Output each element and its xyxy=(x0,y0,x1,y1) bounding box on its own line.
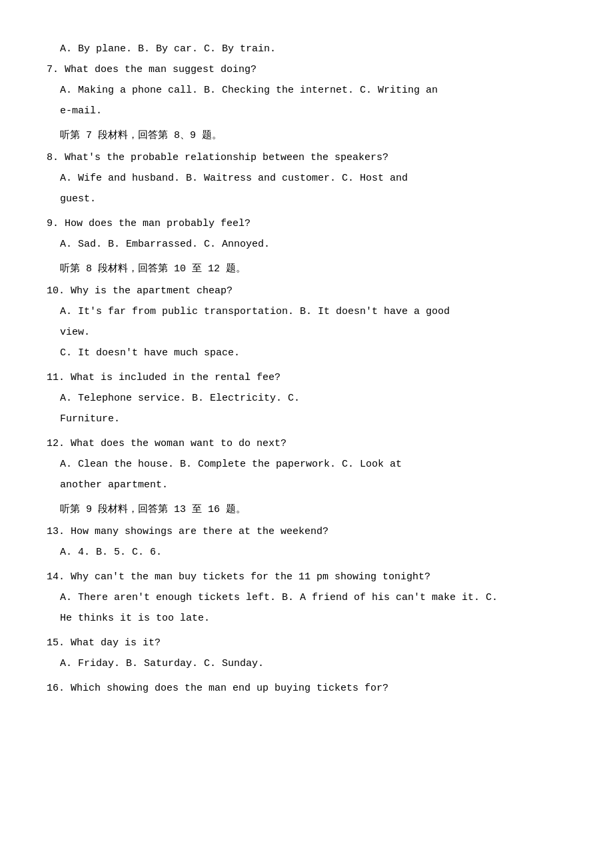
transport-options: A. By plane. B. By car. C. By train. xyxy=(47,40,573,58)
q11-opts2: Furniture. xyxy=(60,413,120,425)
q14-options-line1: A. There aren't enough tickets left. B. … xyxy=(47,589,573,607)
question-9-block: 9. How does the man probably feel? A. Sa… xyxy=(47,215,573,253)
q12-opts2: another apartment. xyxy=(60,479,168,491)
q9-options: A. Sad. B. Embarrassed. C. Annoyed. xyxy=(47,235,573,253)
question-15-block: 15. What day is it? A. Friday. B. Saturd… xyxy=(47,634,573,673)
q16-text: Which showing does the man end up buying… xyxy=(71,683,388,694)
q14-opts2: He thinks it is too late. xyxy=(60,613,210,624)
q7-text: What does the man suggest doing? xyxy=(65,64,257,75)
question-14-line: 14. Why can't the man buy tickets for th… xyxy=(47,568,573,586)
question-16-line: 16. Which showing does the man end up bu… xyxy=(47,679,573,697)
q15-opts: A. Friday. B. Saturday. C. Sunday. xyxy=(60,658,264,669)
q7-opts1: A. Making a phone call. B. Checking the … xyxy=(60,85,438,96)
q11-options-line2: Furniture. xyxy=(47,410,573,428)
q10-text: Why is the apartment cheap? xyxy=(71,285,233,297)
q7-options-line1: A. Making a phone call. B. Checking the … xyxy=(47,81,573,99)
q15-text: What day is it? xyxy=(71,637,161,649)
section-7-header: 听第 7 段材料，回答第 8、9 题。 xyxy=(47,127,573,145)
q8-text: What's the probable relationship between… xyxy=(65,152,388,163)
q14-text: Why can't the man buy tickets for the 11… xyxy=(71,571,430,583)
q13-number: 13. xyxy=(47,526,65,537)
q8-options-line1: A. Wife and husband. B. Waitress and cus… xyxy=(47,169,573,187)
q8-number: 8. xyxy=(47,152,59,163)
q8-opts2: guest. xyxy=(60,193,96,205)
q12-number: 12. xyxy=(47,438,65,449)
question-14-block: 14. Why can't the man buy tickets for th… xyxy=(47,568,573,627)
section8-text: 听第 8 段材料，回答第 10 至 12 题。 xyxy=(60,263,246,275)
q12-text: What does the woman want to do next? xyxy=(71,438,287,449)
q16-number: 16. xyxy=(47,683,65,694)
question-10-block: 10. Why is the apartment cheap? A. It's … xyxy=(47,282,573,362)
section-9-header: 听第 9 段材料，回答第 13 至 16 题。 xyxy=(47,501,573,519)
question-8-block: 8. What's the probable relationship betw… xyxy=(47,149,573,208)
q13-options: A. 4. B. 5. C. 6. xyxy=(47,543,573,561)
q12-options-line1: A. Clean the house. B. Complete the pape… xyxy=(47,455,573,473)
section9-text: 听第 9 段材料，回答第 13 至 16 题。 xyxy=(60,504,246,515)
question-15-line: 15. What day is it? xyxy=(47,634,573,652)
q14-number: 14. xyxy=(47,571,65,583)
q7-opts2: e-mail. xyxy=(60,105,102,117)
q7-number: 7. xyxy=(47,64,59,75)
q12-options-line2: another apartment. xyxy=(47,476,573,494)
q10-options-line3: C. It doesn't have much space. xyxy=(47,344,573,362)
question-8-line: 8. What's the probable relationship betw… xyxy=(47,149,573,167)
question-13-line: 13. How many showings are there at the w… xyxy=(47,523,573,541)
q10-options-line2: view. xyxy=(47,323,573,341)
section7-text: 听第 7 段材料，回答第 8、9 题。 xyxy=(60,130,222,141)
q10-opts1: A. It's far from public transportation. … xyxy=(60,306,450,317)
question-11-line: 11. What is included in the rental fee? xyxy=(47,369,573,387)
q10-options-line1: A. It's far from public transportation. … xyxy=(47,303,573,321)
q9-number: 9. xyxy=(47,218,59,229)
q14-options-line2: He thinks it is too late. xyxy=(47,609,573,627)
question-11-block: 11. What is included in the rental fee? … xyxy=(47,369,573,428)
q7-options-line2: e-mail. xyxy=(47,102,573,120)
q10-opts2: view. xyxy=(60,327,90,338)
q11-opts1: A. Telephone service. B. Electricity. C. xyxy=(60,393,300,404)
q14-opts1: A. There aren't enough tickets left. B. … xyxy=(60,592,498,603)
q15-number: 15. xyxy=(47,637,65,649)
question-7-block: 7. What does the man suggest doing? A. M… xyxy=(47,61,573,120)
question-12-block: 12. What does the woman want to do next?… xyxy=(47,435,573,494)
q9-text: How does the man probably feel? xyxy=(65,218,251,229)
question-10-line: 10. Why is the apartment cheap? xyxy=(47,282,573,300)
question-16-block: 16. Which showing does the man end up bu… xyxy=(47,679,573,697)
q8-options-line2: guest. xyxy=(47,190,573,208)
transport-options-text: A. By plane. B. By car. C. By train. xyxy=(60,43,276,55)
q12-opts1: A. Clean the house. B. Complete the pape… xyxy=(60,459,402,470)
q11-number: 11. xyxy=(47,372,65,383)
q9-opts: A. Sad. B. Embarrassed. C. Annoyed. xyxy=(60,239,270,250)
q10-opts3: C. It doesn't have much space. xyxy=(60,347,240,359)
q10-number: 10. xyxy=(47,285,65,297)
section-8-header: 听第 8 段材料，回答第 10 至 12 题。 xyxy=(47,260,573,278)
q15-options: A. Friday. B. Saturday. C. Sunday. xyxy=(47,655,573,673)
q11-options-line1: A. Telephone service. B. Electricity. C. xyxy=(47,389,573,407)
question-9-line: 9. How does the man probably feel? xyxy=(47,215,573,233)
q13-text: How many showings are there at the weeke… xyxy=(71,526,328,537)
question-13-block: 13. How many showings are there at the w… xyxy=(47,523,573,561)
q13-opts: A. 4. B. 5. C. 6. xyxy=(60,547,162,558)
q11-text: What is included in the rental fee? xyxy=(71,372,281,383)
q8-opts1: A. Wife and husband. B. Waitress and cus… xyxy=(60,173,408,184)
question-7-line: 7. What does the man suggest doing? xyxy=(47,61,573,79)
question-12-line: 12. What does the woman want to do next? xyxy=(47,435,573,453)
